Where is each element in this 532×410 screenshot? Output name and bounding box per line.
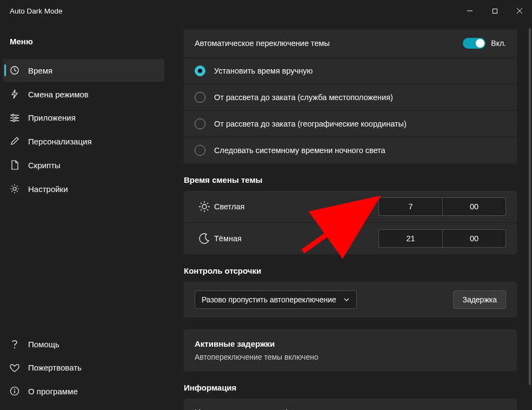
- postpone-title: Контроль отсрочки: [184, 266, 517, 275]
- auto-switch-toggle-text: Вкл.: [491, 39, 506, 48]
- minimize-button[interactable]: [457, 0, 482, 22]
- radio-option-coords[interactable]: От рассвета до заката (географические ко…: [184, 111, 517, 137]
- sidebar-item-apps[interactable]: Приложения: [0, 107, 168, 129]
- moon-icon: [195, 233, 214, 244]
- dark-minute-input[interactable]: 00: [442, 229, 506, 248]
- sidebar-item-label: Пожертвовать: [28, 363, 82, 372]
- sidebar-header: Меню: [0, 30, 168, 59]
- radio-icon: [195, 65, 205, 76]
- sidebar-item-help[interactable]: Помощь: [0, 333, 168, 355]
- time-card: Светлая 7 00 Тёмная 21 00: [184, 191, 517, 254]
- svg-line-23: [207, 203, 208, 204]
- clock-icon: [10, 65, 19, 75]
- window-title: Auto Dark Mode: [10, 7, 457, 15]
- radio-icon: [195, 92, 205, 103]
- sidebar-item-donate[interactable]: Пожертвовать: [0, 356, 168, 379]
- svg-rect-1: [493, 9, 497, 13]
- svg-point-6: [12, 114, 14, 116]
- postpone-dropdown[interactable]: Разово пропустить автопереключение: [195, 290, 357, 309]
- light-hour-input[interactable]: 7: [378, 197, 442, 216]
- radio-label: Следовать системному времени ночного све…: [214, 146, 385, 155]
- svg-point-10: [13, 120, 15, 122]
- radio-label: Установить время вручную: [214, 67, 312, 75]
- time-row-label: Тёмная: [214, 234, 378, 243]
- radio-option-nightlight[interactable]: Следовать системному времени ночного све…: [184, 137, 517, 163]
- sidebar-item-label: О программе: [28, 387, 78, 396]
- info-icon: [10, 386, 19, 396]
- chevron-down-icon: [343, 296, 350, 303]
- sidebar-item-label: Приложения: [28, 113, 76, 122]
- sidebar-item-personalization[interactable]: Персонализация: [0, 130, 168, 153]
- time-section-title: Время смены темы: [184, 175, 517, 184]
- sidebar-item-label: Помощь: [28, 340, 59, 349]
- delay-button[interactable]: Задержка: [453, 290, 506, 309]
- lightning-icon: [10, 89, 19, 99]
- titlebar: Auto Dark Mode: [0, 0, 532, 22]
- sliders-icon: [10, 114, 19, 122]
- svg-point-11: [13, 187, 16, 190]
- auto-switch-title: Автоматическое переключение темы: [195, 39, 463, 48]
- info-card: Изменения сохранены!: [184, 399, 517, 410]
- svg-point-16: [202, 204, 207, 209]
- time-row-dark: Тёмная 21 00: [184, 223, 517, 254]
- document-icon: [10, 160, 19, 170]
- sidebar-item-scripts[interactable]: Скрипты: [0, 154, 168, 176]
- scrollbar[interactable]: [529, 26, 531, 407]
- sidebar: Меню Время Смена режимов: [0, 22, 168, 410]
- sidebar-item-settings[interactable]: Настройки: [0, 177, 168, 200]
- radio-icon: [195, 145, 205, 156]
- heart-icon: [10, 363, 19, 372]
- radio-option-location[interactable]: От рассвета до заката (служба местополож…: [184, 84, 517, 111]
- postpone-card: Разово пропустить автопереключение Задер…: [184, 282, 517, 318]
- content-area: Автоматическое переключение темы Вкл. Ус…: [168, 22, 532, 410]
- svg-point-14: [14, 389, 15, 390]
- svg-line-22: [207, 209, 208, 210]
- pencil-icon: [10, 136, 19, 146]
- window-controls: [457, 0, 532, 22]
- radio-option-manual[interactable]: Установить время вручную: [184, 58, 517, 84]
- auto-switch-toggle[interactable]: [463, 38, 486, 49]
- sidebar-item-time[interactable]: Время: [3, 59, 164, 82]
- info-title: Информация: [184, 383, 517, 392]
- sidebar-item-label: Скрипты: [28, 161, 61, 170]
- auto-switch-card: Автоматическое переключение темы Вкл. Ус…: [184, 29, 517, 163]
- radio-label: От рассвета до заката (географические ко…: [214, 120, 407, 128]
- radio-label: От рассвета до заката (служба местополож…: [214, 93, 393, 102]
- sidebar-item-label: Время: [28, 66, 52, 75]
- active-delays-title: Активные задержки: [195, 339, 506, 348]
- time-row-light: Светлая 7 00: [184, 191, 517, 223]
- dark-hour-input[interactable]: 21: [378, 229, 442, 248]
- dropdown-label: Разово пропустить автопереключение: [202, 295, 336, 304]
- radio-icon: [195, 118, 205, 129]
- svg-point-8: [15, 117, 17, 119]
- sidebar-item-label: Настройки: [28, 184, 68, 194]
- gear-icon: [10, 184, 19, 194]
- time-row-label: Светлая: [214, 202, 378, 211]
- active-delays-card: Активные задержки Автопереключение темы …: [184, 329, 517, 371]
- sun-icon: [195, 201, 214, 213]
- sidebar-item-about[interactable]: О программе: [0, 380, 168, 402]
- sidebar-item-switch-modes[interactable]: Смена режимов: [0, 83, 168, 105]
- svg-point-12: [14, 347, 15, 348]
- sidebar-item-label: Персонализация: [28, 137, 92, 146]
- help-icon: [10, 339, 19, 349]
- active-delays-text: Автопереключение темы включено: [195, 353, 506, 361]
- close-button[interactable]: [507, 0, 532, 22]
- svg-line-21: [201, 203, 202, 204]
- light-minute-input[interactable]: 00: [442, 197, 506, 216]
- sidebar-item-label: Смена режимов: [28, 90, 89, 99]
- scrollbar-thumb[interactable]: [529, 28, 531, 385]
- svg-line-24: [201, 209, 202, 210]
- maximize-button[interactable]: [482, 0, 507, 22]
